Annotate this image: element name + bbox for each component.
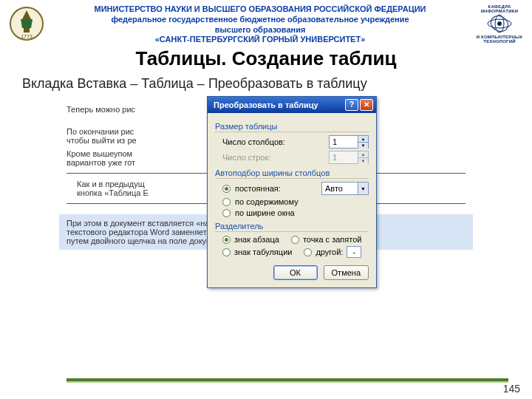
group-separator: Разделитель xyxy=(215,222,369,232)
radio-fixed-label: постоянная: xyxy=(235,184,281,193)
rows-input xyxy=(330,151,358,163)
slide-header: 1773 МИНИСТЕРСТВО НАУКИ И ВЫСШЕГО ОБРАЗО… xyxy=(0,0,532,47)
department-emblem: КАФЕДРА ИНФОРМАТИКИ И КОМПЬЮТЕРНЫХ ТЕХНО… xyxy=(476,4,523,46)
rows-label: Число строк: xyxy=(222,153,270,162)
ministry-line-1: МИНИСТЕРСТВО НАУКИ И ВЫСШЕГО ОБРАЗОВАНИЯ… xyxy=(47,4,473,15)
ok-button[interactable]: ОК xyxy=(273,265,318,280)
doc-text: кнопка «Таблица E xyxy=(77,188,149,197)
radio-sep-tab[interactable] xyxy=(222,248,231,256)
slide-title: Таблицы. Создание таблиц xyxy=(0,47,532,70)
dept-label-bot2: ТЕХНОЛОГИЙ xyxy=(476,39,523,44)
spin-down-icon[interactable]: ▼ xyxy=(358,143,368,149)
ministry-heading: МИНИСТЕРСТВО НАУКИ И ВЫСШЕГО ОБРАЗОВАНИЯ… xyxy=(44,4,476,45)
radio-autofit-window-label: по ширине окна xyxy=(235,208,295,217)
radio-autofit-content[interactable] xyxy=(222,198,231,206)
page-number: 145 xyxy=(503,383,520,395)
svg-point-7 xyxy=(497,21,502,26)
ministry-line-3: высшего образования xyxy=(47,25,473,35)
footer-rule xyxy=(66,378,508,383)
dialog-titlebar[interactable]: Преобразовать в таблицу ? ✕ xyxy=(208,97,376,113)
svg-marker-2 xyxy=(21,19,33,28)
radio-sep-paragraph-label: знак абзаца xyxy=(234,235,279,244)
spin-up-icon[interactable]: ▲ xyxy=(358,136,368,143)
radio-autofit-content-label: по содержимому xyxy=(235,197,299,206)
slide-subtitle: Вкладка Вставка – Таблица – Преобразоват… xyxy=(0,70,532,96)
doc-text: По окончании рис xyxy=(66,127,134,136)
university-emblem: 1773 xyxy=(9,6,44,41)
doc-text: Кроме вышеупом xyxy=(66,149,132,158)
columns-spinner[interactable]: ▲▼ xyxy=(329,135,369,149)
doc-text: Теперь можно рис xyxy=(66,105,135,114)
radio-autofit-window[interactable] xyxy=(222,209,231,217)
columns-label: Число столбцов: xyxy=(222,137,285,146)
radio-sep-semicolon[interactable] xyxy=(291,236,299,244)
doc-text: вариантов уже гот xyxy=(66,158,135,167)
convert-to-table-dialog: Преобразовать в таблицу ? ✕ Размер табли… xyxy=(207,96,377,288)
emblem-year: 1773 xyxy=(21,34,33,39)
radio-fixed[interactable] xyxy=(222,185,231,193)
group-autofit: Автоподбор ширины столбцов xyxy=(215,168,369,179)
group-table-size: Размер таблицы xyxy=(215,122,369,132)
spin-down-icon: ▼ xyxy=(358,158,368,164)
radio-sep-tab-label: знак табуляции xyxy=(234,248,292,256)
help-button[interactable]: ? xyxy=(345,99,358,111)
rows-spinner: ▲▼ xyxy=(329,151,369,164)
spin-up-icon: ▲ xyxy=(358,151,368,158)
doc-text: чтобы выйти из ре xyxy=(66,136,137,145)
fixed-width-combo[interactable]: ▼ xyxy=(321,182,369,195)
radio-sep-semicolon-label: точка с запятой xyxy=(303,235,362,244)
dept-label-mid: ИНФОРМАТИКИ xyxy=(476,9,523,13)
svg-rect-3 xyxy=(24,28,30,33)
radio-sep-other-label: другой: xyxy=(316,248,343,256)
screenshot-composite: Теперь можно риски таблиц По окончании р… xyxy=(59,96,473,214)
dialog-title: Преобразовать в таблицу xyxy=(214,100,318,109)
sep-other-input[interactable] xyxy=(347,246,361,258)
ministry-line-2: федеральное государственное бюджетное об… xyxy=(47,15,473,25)
doc-text: Как и в предыдущ xyxy=(77,180,145,188)
cancel-button[interactable]: Отмена xyxy=(324,265,369,280)
chevron-down-icon[interactable]: ▼ xyxy=(358,183,368,194)
ministry-line-4: «САНКТ-ПЕТЕРБУРГСКИЙ ГОРНЫЙ УНИВЕРСИТЕТ» xyxy=(47,35,473,45)
columns-input[interactable] xyxy=(330,136,358,148)
radio-sep-paragraph[interactable] xyxy=(222,236,231,244)
close-button[interactable]: ✕ xyxy=(360,99,373,111)
radio-sep-other[interactable] xyxy=(304,248,312,256)
fixed-width-input[interactable] xyxy=(322,183,358,194)
